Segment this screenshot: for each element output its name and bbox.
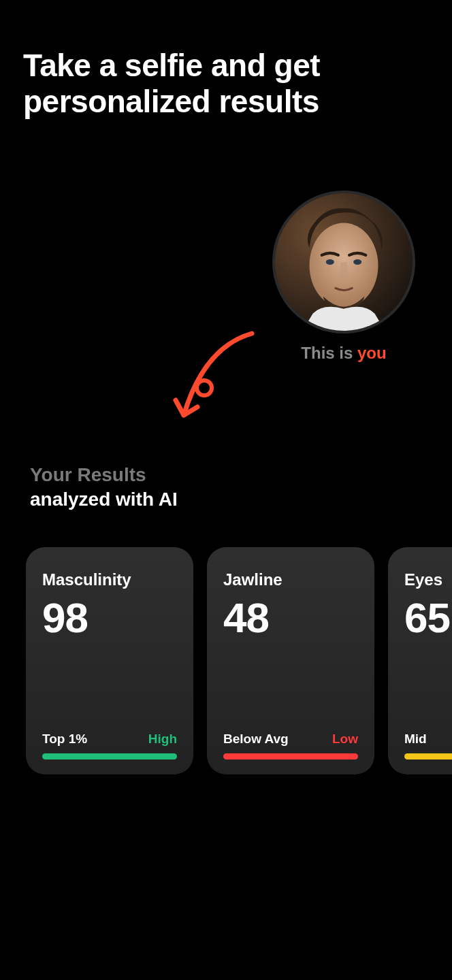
selfie-avatar xyxy=(272,191,415,333)
card-bar xyxy=(42,753,177,760)
svg-point-3 xyxy=(353,259,361,265)
card-title: Jawline xyxy=(223,570,358,589)
card-score: 98 xyxy=(42,593,177,642)
curved-arrow-icon xyxy=(163,327,272,436)
results-heading-line2: analyzed with AI xyxy=(30,487,178,512)
svg-point-2 xyxy=(326,259,334,265)
card-level: Low xyxy=(332,732,358,747)
card-rank: Mid xyxy=(404,732,427,747)
results-heading-line1: Your Results xyxy=(30,463,178,487)
result-card[interactable]: Masculinity 98 Top 1% High xyxy=(26,547,193,774)
card-level: High xyxy=(148,732,177,747)
card-bar xyxy=(223,753,358,760)
page-heading: Take a selfie and get personalized resul… xyxy=(0,0,452,120)
results-cards-row[interactable]: Masculinity 98 Top 1% High Jawline 48 Be… xyxy=(26,547,452,774)
face-placeholder-icon xyxy=(275,193,413,331)
card-rank: Below Avg xyxy=(223,732,289,747)
result-card[interactable]: Jawline 48 Below Avg Low xyxy=(207,547,374,774)
avatar-caption: This is you xyxy=(272,344,415,363)
card-title: Masculinity xyxy=(42,570,177,589)
card-bar xyxy=(404,753,452,760)
card-title: Eyes xyxy=(404,570,452,589)
result-card[interactable]: Eyes 65 Mid xyxy=(388,547,452,774)
caption-prefix: This is xyxy=(301,344,357,362)
card-rank: Top 1% xyxy=(42,732,87,747)
results-heading: Your Results analyzed with AI xyxy=(30,463,178,512)
svg-point-4 xyxy=(197,380,212,395)
card-score: 65 xyxy=(404,593,452,642)
card-score: 48 xyxy=(223,593,358,642)
caption-highlight: you xyxy=(357,344,387,362)
